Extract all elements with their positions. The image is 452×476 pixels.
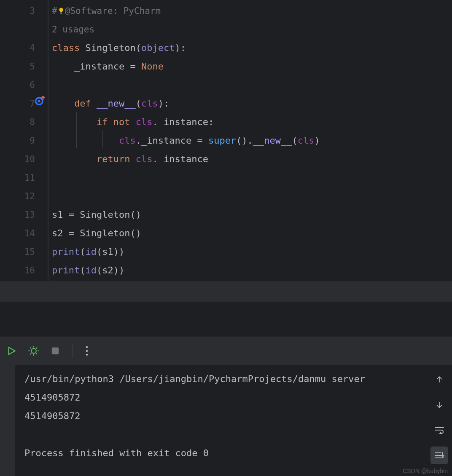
gutter-line: 10 (0, 150, 48, 168)
code-line[interactable]: 2 usages (52, 20, 452, 39)
watermark: CSDN @babybin (403, 468, 448, 474)
scroll-up-icon[interactable] (430, 371, 448, 388)
gutter-line: 11 (0, 168, 48, 187)
gutter-line: 5 (0, 57, 48, 76)
svg-rect-2 (60, 13, 62, 13)
toolbar-separator (73, 344, 73, 358)
line-number: 6 (30, 76, 35, 94)
line-number: 13 (24, 206, 35, 224)
line-number: 5 (30, 57, 35, 76)
console-line: 4514905872 (24, 392, 80, 403)
code-line[interactable]: print(id(s2)) (52, 261, 452, 280)
gutter-line: 3 (0, 2, 48, 20)
scroll-down-icon[interactable] (430, 396, 448, 414)
svg-point-6 (86, 346, 88, 348)
code-line[interactable]: cls._instance = super().__new__(cls) (52, 131, 452, 150)
line-number: 3 (30, 2, 35, 20)
editor-strip (0, 281, 452, 302)
code-editor[interactable]: 345678910111213141516 #@Software: PyChar… (0, 0, 452, 281)
svg-point-1 (38, 100, 40, 102)
line-number: 9 (30, 131, 35, 150)
code-line[interactable] (52, 76, 452, 94)
gutter-line: 4 (0, 39, 48, 57)
line-number: 16 (24, 261, 35, 280)
code-line[interactable]: #@Software: PyCharm (52, 2, 452, 20)
code-line[interactable] (52, 168, 452, 187)
svg-point-4 (31, 348, 36, 353)
console-cmd: /usr/bin/python3 /Users/jiangbin/Pycharm… (24, 374, 365, 384)
gutter-line: 9 (0, 131, 48, 150)
code-line[interactable]: if not cls._instance: (52, 113, 452, 131)
gutter-line: 12 (0, 187, 48, 206)
code-line[interactable] (52, 187, 452, 206)
line-number: 15 (24, 243, 35, 261)
svg-rect-3 (60, 13, 62, 14)
code-line[interactable]: s1 = Singleton() (52, 206, 452, 224)
svg-rect-5 (52, 347, 59, 354)
gutter-line: 7 (0, 94, 48, 113)
console-line: 4514905872 (24, 411, 80, 421)
svg-point-7 (86, 350, 88, 351)
code-line[interactable]: return cls._instance (52, 150, 452, 168)
stop-icon[interactable] (51, 346, 60, 356)
svg-point-8 (86, 353, 88, 355)
run-console: /usr/bin/python3 /Users/jiangbin/Pycharm… (0, 365, 452, 476)
line-number: 8 (30, 113, 35, 131)
soft-wrap-icon[interactable] (430, 421, 448, 439)
gutter-line: 8 (0, 113, 48, 131)
console-output[interactable]: /usr/bin/python3 /Users/jiangbin/Pycharm… (15, 365, 427, 476)
gutter-line: 13 (0, 206, 48, 224)
console-gutter (0, 365, 15, 476)
code-line[interactable]: _instance = None (52, 57, 452, 76)
line-number: 14 (24, 224, 35, 243)
scroll-to-end-icon[interactable] (430, 447, 448, 464)
gutter-line: 6 (0, 76, 48, 94)
line-number: 10 (24, 150, 35, 168)
line-number: 4 (30, 39, 35, 57)
debug-icon[interactable] (28, 345, 40, 357)
run-icon[interactable] (6, 345, 17, 356)
line-number: 12 (24, 187, 35, 206)
override-marker-icon[interactable] (34, 94, 46, 113)
console-side-toolbar (427, 365, 452, 476)
editor-strip2 (0, 302, 452, 336)
code-line[interactable]: def __new__(cls): (52, 94, 452, 113)
gutter-line (0, 20, 48, 39)
console-status: Process finished with exit code 0 (24, 448, 209, 458)
run-toolbar (0, 336, 452, 365)
code-line[interactable]: print(id(s1)) (52, 243, 452, 261)
code-line[interactable]: class Singleton(object): (52, 39, 452, 57)
gutter-line: 16 (0, 261, 48, 280)
gutter-line: 14 (0, 224, 48, 243)
code-area[interactable]: #@Software: PyCharm2 usagesclass Singlet… (48, 0, 452, 281)
gutter-line: 15 (0, 243, 48, 261)
gutter: 345678910111213141516 (0, 0, 48, 281)
line-number: 11 (24, 168, 35, 187)
more-icon[interactable] (86, 345, 88, 356)
code-line[interactable]: s2 = Singleton() (52, 224, 452, 243)
